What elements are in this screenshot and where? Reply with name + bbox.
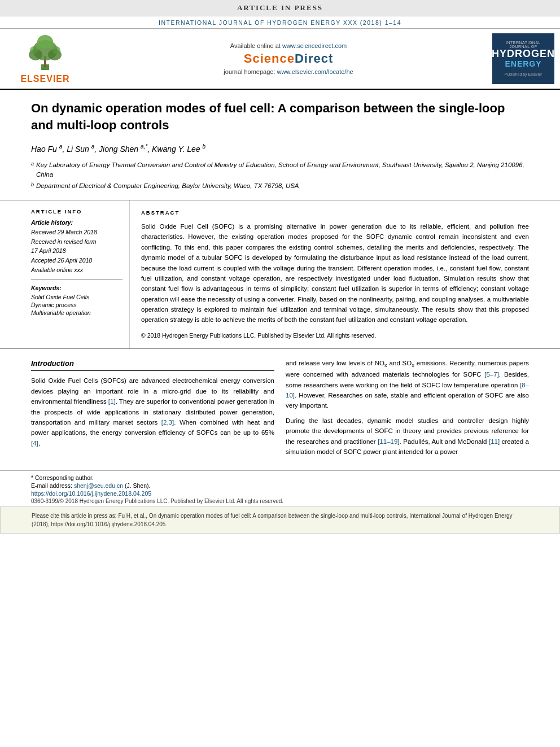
journal-homepage-text: journal homepage: www.elsevier.com/locat…	[224, 68, 353, 75]
affil-sup-a: a	[31, 160, 34, 180]
affiliations: a Key Laboratory of Energy Thermal Conve…	[31, 160, 529, 191]
elsevier-logo-box: ELSEVIER	[6, 33, 85, 84]
email-line: E-mail address: shenj@seu.edu.cn (J. She…	[31, 482, 529, 489]
journal-small-text: Published by Elsevier	[505, 72, 542, 76]
article-info-col: ARTICLE INFO Article history: Received 2…	[0, 200, 130, 348]
author-sup-b: b	[203, 143, 206, 150]
journal-intl: INTERNATIONAL	[506, 41, 541, 45]
abstract-text: Solid Oxide Fuel Cell (SOFC) is a promis…	[141, 221, 529, 325]
email-label: E-mail address:	[31, 482, 72, 489]
svg-point-8	[36, 41, 43, 48]
keyword-1: Solid Oxide Fuel Cells	[31, 294, 123, 300]
keyword-2: Dynamic process	[31, 302, 123, 308]
doi-line[interactable]: https://doi.org/10.1016/j.ijhydene.2018.…	[31, 490, 529, 497]
introduction-title: Introduction	[31, 358, 274, 372]
body-col-left: Introduction Solid Oxide Fuel Cells (SOF…	[31, 358, 274, 462]
keywords-label: Keywords:	[31, 285, 123, 291]
footnote-section: * Corresponding author. E-mail address: …	[0, 470, 560, 506]
intro-para-2: and release very low levels of NOx and S…	[286, 358, 529, 411]
rights-line: 0360-3199/© 2018 Hydrogen Energy Publica…	[31, 498, 529, 504]
journal-energy: ENERGY	[505, 59, 541, 68]
article-info-divider	[31, 279, 123, 280]
copyright-text: © 2018 Hydrogen Energy Publications LLC.…	[141, 331, 529, 340]
body-section: Introduction Solid Oxide Fuel Cells (SOF…	[0, 349, 560, 471]
svg-point-6	[30, 46, 38, 54]
affiliation-a: a Key Laboratory of Energy Thermal Conve…	[31, 160, 529, 180]
email-link[interactable]: shenj@seu.edu.cn	[74, 482, 123, 489]
ref-2-3: [2,3]	[161, 419, 174, 426]
journal-top-area: ELSEVIER Available online at www.science…	[0, 29, 560, 90]
abstract-col: ABSTRACT Solid Oxide Fuel Cell (SOFC) is…	[130, 200, 560, 348]
hydrogen-journal-box: INTERNATIONAL JOURNAL OF HYDROGEN ENERGY…	[492, 33, 554, 84]
ref-1: [1]	[108, 398, 116, 405]
authors-line: Hao Fu a, Li Sun a, Jiong Shen a,*, Kwan…	[31, 143, 529, 154]
svg-point-7	[53, 46, 60, 54]
email-person: (J. Shen).	[125, 482, 151, 489]
article-title-section: On dynamic operation modes of fuel cell:…	[0, 90, 560, 200]
intro-para-1: Solid Oxide Fuel Cells (SOFCs) are advan…	[31, 375, 274, 448]
intro-para-3: During the last decades, dynamic model s…	[286, 416, 529, 457]
journal-header: INTERNATIONAL JOURNAL OF HYDROGEN ENERGY…	[0, 16, 560, 29]
sciencedirect-url[interactable]: www.sciencedirect.com	[282, 42, 347, 49]
keyword-3: Multivariable operation	[31, 309, 123, 316]
affiliation-b: b Department of Electrical & Computer En…	[31, 181, 529, 191]
affil-text-a: Key Laboratory of Energy Thermal Convers…	[36, 160, 529, 180]
author-sup-a3: a,*	[141, 143, 147, 150]
affil-sup-b: b	[31, 181, 34, 191]
affil-text-b: Department of Electrical & Computer Engi…	[36, 181, 299, 191]
elsevier-name: ELSEVIER	[20, 74, 69, 84]
article-info-heading: ARTICLE INFO	[31, 208, 123, 215]
ref-11-19: [11–19]	[378, 438, 399, 445]
journal-center: Available online at www.sciencedirect.co…	[90, 33, 487, 84]
corresponding-author-label: * Corresponding author.	[31, 474, 529, 481]
article-title: On dynamic operation modes of fuel cell:…	[31, 100, 529, 133]
aip-banner: ARTICLE IN PRESS	[0, 0, 560, 16]
available-online: Available online xxx	[31, 265, 123, 275]
ref-8-10: [8–10]	[286, 382, 529, 399]
author-sup-a2: a	[91, 143, 95, 150]
revised-label: Received in revised form	[31, 237, 123, 247]
received-date: Received 29 March 2018	[31, 228, 123, 237]
body-col-right: and release very low levels of NOx and S…	[286, 358, 529, 462]
revised-date: 17 April 2018	[31, 246, 123, 256]
accepted-date: Accepted 26 April 2018	[31, 256, 123, 265]
history-label: Article history:	[31, 219, 123, 226]
article-info-abstract-section: ARTICLE INFO Article history: Received 2…	[0, 200, 560, 349]
abstract-heading: ABSTRACT	[141, 208, 529, 217]
journal-hydrogen: HYDROGEN	[492, 49, 555, 60]
ref-4: [4]	[31, 440, 38, 447]
ref-11-inline: [11]	[489, 438, 500, 445]
ref-5-7: [5–7]	[484, 371, 499, 378]
svg-point-9	[47, 41, 54, 48]
elsevier-tree-icon	[20, 33, 71, 73]
author-sup-a1: a	[59, 143, 63, 150]
sciencedirect-brand: ScienceDirect	[244, 51, 334, 66]
citation-box: Please cite this article in press as: Fu…	[0, 506, 560, 534]
journal-homepage-link[interactable]: www.elsevier.com/locate/he	[277, 68, 353, 75]
available-online-text: Available online at www.sciencedirect.co…	[230, 42, 347, 49]
